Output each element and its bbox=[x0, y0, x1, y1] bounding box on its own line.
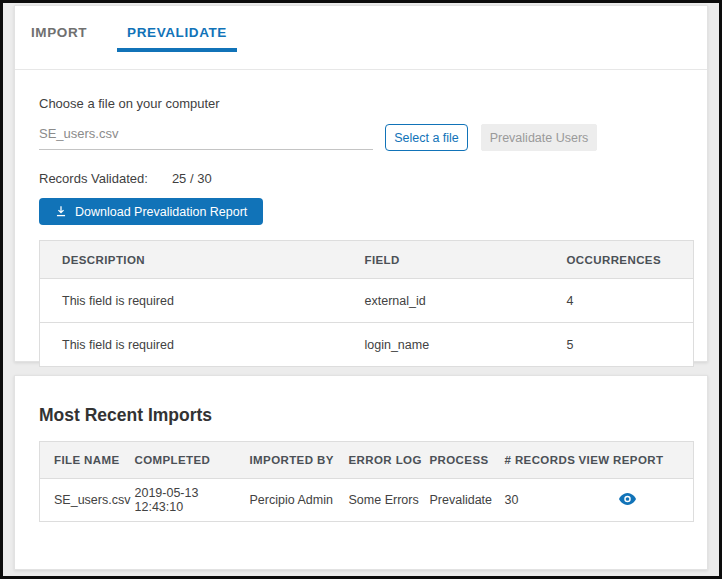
records-validated-label: Records Validated: bbox=[39, 171, 148, 186]
import-error-log: Some Errors bbox=[349, 479, 430, 522]
prevalidate-panel: IMPORT PREVALIDATE Choose a file on your… bbox=[14, 5, 708, 362]
column-header-records: # RECORDS bbox=[505, 442, 579, 479]
tab-bar: IMPORT PREVALIDATE bbox=[15, 6, 707, 70]
column-header-field: FIELD bbox=[365, 241, 567, 279]
records-validated-value: 25 / 30 bbox=[172, 171, 212, 186]
column-header-error-log: ERROR LOG bbox=[349, 442, 430, 479]
error-description: This field is required bbox=[40, 279, 365, 323]
column-header-description: DESCRIPTION bbox=[40, 241, 365, 279]
import-file-name: SE_users.csv bbox=[40, 479, 135, 522]
column-header-file-name: FILE NAME bbox=[40, 442, 135, 479]
download-report-button[interactable]: Download Prevalidation Report bbox=[39, 198, 263, 225]
error-field: external_id bbox=[365, 279, 567, 323]
prevalidation-errors-table: DESCRIPTION FIELD OCCURRENCES This field… bbox=[39, 240, 694, 367]
table-header-row: DESCRIPTION FIELD OCCURRENCES bbox=[40, 241, 694, 279]
table-header-row: FILE NAME COMPLETED IMPORTED BY ERROR LO… bbox=[40, 442, 694, 479]
recent-imports-panel: Most Recent Imports FILE NAME COMPLETED … bbox=[14, 375, 708, 570]
table-row: SE_users.csv 2019-05-13 12:43:10 Percipi… bbox=[40, 479, 694, 522]
error-description: This field is required bbox=[40, 323, 365, 367]
choose-file-label: Choose a file on your computer bbox=[39, 96, 694, 111]
app-window: IMPORT PREVALIDATE Choose a file on your… bbox=[0, 0, 722, 579]
tab-import[interactable]: IMPORT bbox=[21, 25, 97, 52]
error-occurrences: 4 bbox=[567, 279, 694, 323]
column-header-occurrences: OCCURRENCES bbox=[567, 241, 694, 279]
table-row: This field is required login_name 5 bbox=[40, 323, 694, 367]
column-header-imported-by: IMPORTED BY bbox=[250, 442, 349, 479]
tab-prevalidate[interactable]: PREVALIDATE bbox=[117, 25, 237, 52]
column-header-view-report: VIEW REPORT bbox=[579, 442, 694, 479]
error-occurrences: 5 bbox=[567, 323, 694, 367]
column-header-completed: COMPLETED bbox=[135, 442, 250, 479]
select-file-button[interactable]: Select a file bbox=[385, 124, 468, 151]
file-name-input[interactable] bbox=[39, 124, 373, 150]
recent-imports-table: FILE NAME COMPLETED IMPORTED BY ERROR LO… bbox=[39, 441, 694, 522]
import-process: Prevalidate bbox=[430, 479, 505, 522]
recent-imports-title: Most Recent Imports bbox=[39, 405, 694, 426]
import-records: 30 bbox=[505, 479, 579, 522]
import-completed: 2019-05-13 12:43:10 bbox=[135, 479, 250, 522]
view-report-button[interactable] bbox=[619, 492, 636, 506]
table-row: This field is required external_id 4 bbox=[40, 279, 694, 323]
eye-icon bbox=[619, 495, 636, 509]
error-field: login_name bbox=[365, 323, 567, 367]
column-header-process: PROCESS bbox=[430, 442, 505, 479]
import-imported-by: Percipio Admin bbox=[250, 479, 349, 522]
prevalidate-users-button[interactable]: Prevalidate Users bbox=[481, 124, 597, 151]
download-icon bbox=[55, 205, 67, 218]
